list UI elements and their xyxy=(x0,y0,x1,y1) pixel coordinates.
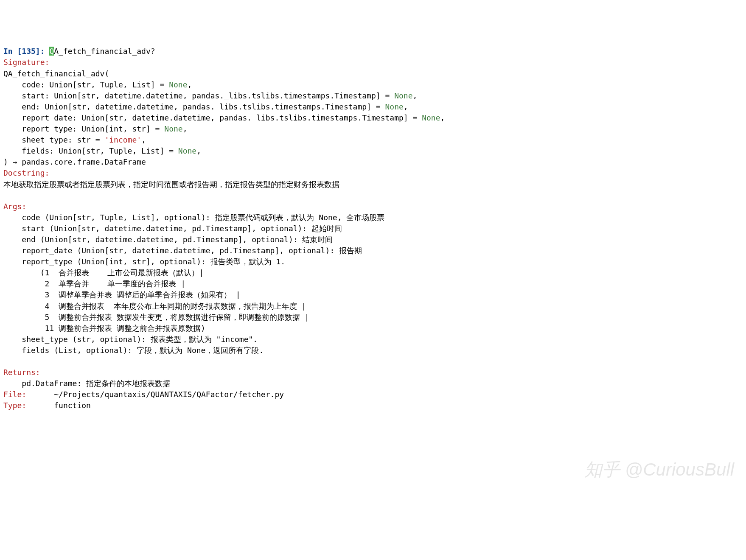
type-value: function xyxy=(26,401,91,410)
ipython-help-output: In [135]: QA_fetch_financial_adv? Signat… xyxy=(3,46,743,411)
signature-param: sheet_type: str = 'income', xyxy=(3,135,146,144)
arg-line: fields (List, optional): 字段，默认为 None，返回所… xyxy=(3,346,264,355)
signature-label: Signature: xyxy=(3,58,49,67)
arg-line: 4 调整合并报表 本年度公布上年同期的财务报表数据，报告期为上年度 | xyxy=(3,302,306,311)
signature-param: report_type: Union[int, str] = None, xyxy=(3,124,188,133)
signature-param: end: Union[str, datetime.datetime, panda… xyxy=(3,102,408,111)
arg-line: 5 调整前合并报表 数据发生变更，将原数据进行保留，即调整前的原数据 | xyxy=(3,313,309,322)
args-label: Args: xyxy=(3,202,26,211)
returns-label: Returns: xyxy=(3,368,40,377)
signature-param: code: Union[str, Tuple, List] = None, xyxy=(3,80,192,89)
type-label: Type: xyxy=(3,401,26,410)
docstring-label: Docstring: xyxy=(3,168,49,177)
file-label: File: xyxy=(3,390,26,399)
arg-line: (1 合并报表 上市公司最新报表（默认）| xyxy=(3,268,204,277)
arg-line: report_type (Union[int, str], optional):… xyxy=(3,257,285,266)
arg-line: 3 调整单季合并表 调整后的单季合并报表（如果有） | xyxy=(3,290,241,299)
arg-line: 2 单季合并 单一季度的合并报表 | xyxy=(3,279,185,288)
signature-param: report_date: Union[str, datetime.datetim… xyxy=(3,113,445,122)
cursor-highlight: Q xyxy=(49,47,54,56)
input-prompt: In [135]: xyxy=(3,47,49,56)
signature-param: start: Union[str, datetime.datetime, pan… xyxy=(3,91,417,100)
arg-line: sheet_type (str, optional): 报表类型，默认为 "in… xyxy=(3,335,258,344)
arg-line: report_date (Union[str, datetime.datetim… xyxy=(3,246,362,255)
signature-return: ) → pandas.core.frame.DataFrame xyxy=(3,157,146,166)
docstring-summary: 本地获取指定股票或者指定股票列表，指定时间范围或者报告期，指定报告类型的指定财务… xyxy=(3,180,339,189)
watermark: 知乎 @CuriousBull xyxy=(584,457,734,483)
arg-line: end (Union[str, datetime.datetime, pd.Ti… xyxy=(3,235,333,244)
query-text: A_fetch_financial_adv? xyxy=(54,47,155,56)
signature-param: fields: Union[str, Tuple, List] = None, xyxy=(3,146,201,155)
returns-line: pd.DataFrame: 指定条件的本地报表数据 xyxy=(3,379,170,388)
arg-line: start (Union[str, datetime.datetime, pd.… xyxy=(3,224,342,233)
signature-fn-open: QA_fetch_financial_adv( xyxy=(3,69,109,78)
arg-line: 11 调整前合并报表 调整之前合并报表原数据) xyxy=(3,324,205,333)
file-path: ~/Projects/quantaxis/QUANTAXIS/QAFactor/… xyxy=(26,390,284,399)
arg-line: code (Union[str, Tuple, List], optional)… xyxy=(3,213,384,222)
